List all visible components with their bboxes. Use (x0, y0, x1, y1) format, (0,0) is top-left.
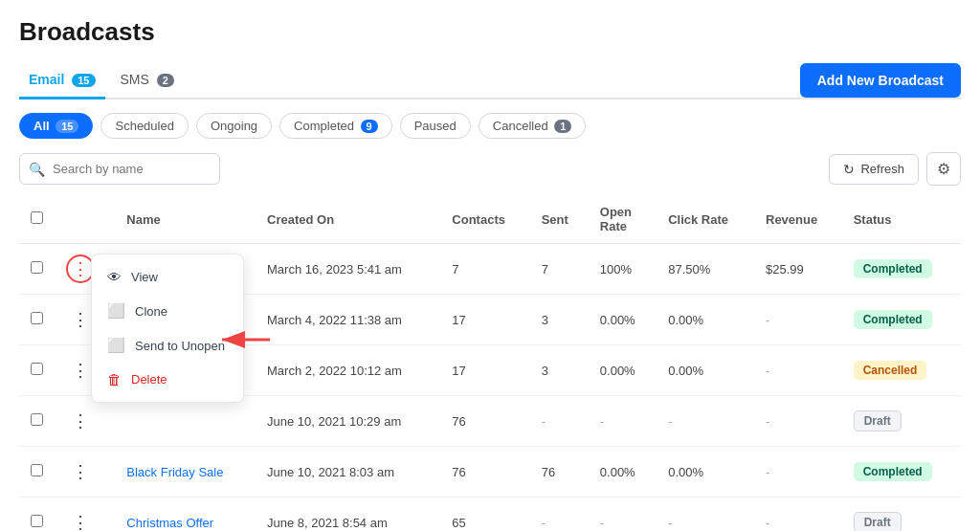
th-checkbox (19, 195, 55, 244)
row-menu-button[interactable]: ⋮ (66, 457, 95, 486)
table-row: ⋮ 👁 View ⬜ Clone ⬜ Send to U (19, 244, 961, 295)
context-menu-clone-label: Clone (135, 304, 167, 319)
row-open-rate: 0.00% (589, 295, 657, 345)
add-new-broadcast-button[interactable]: Add New Broadcast (800, 63, 961, 98)
context-menu-view[interactable]: 👁 View (92, 260, 243, 294)
filter-ongoing[interactable]: Ongoing (196, 113, 272, 139)
row-open-rate: - (589, 498, 657, 532)
row-contacts: 17 (440, 295, 529, 345)
row-checkbox[interactable] (31, 515, 43, 527)
context-menu-view-label: View (131, 270, 158, 284)
status-badge: Draft (854, 410, 902, 431)
broadcast-name[interactable]: Christmas Offer (126, 516, 213, 530)
filter-paused[interactable]: Paused (400, 113, 471, 139)
context-menu-send-to-unopen-label: Send to Unopen (135, 339, 225, 353)
search-input[interactable] (19, 153, 220, 185)
tab-sms-badge: 2 (157, 74, 174, 87)
page-title: Broadcasts (19, 17, 961, 47)
refresh-icon: ↻ (843, 162, 855, 177)
row-open-rate: 0.00% (589, 447, 657, 498)
row-checkbox[interactable] (31, 464, 43, 476)
broadcasts-page: Broadcasts Email 15 SMS 2 Add New Broadc… (0, 0, 980, 531)
row-status: Completed (842, 244, 961, 295)
table-row: ⋮ Black Friday Sale June 10, 2021 8:03 a… (19, 447, 961, 498)
row-sent: - (530, 396, 589, 447)
row-menu-button[interactable]: ⋮ (66, 508, 95, 531)
row-checkbox-cell (19, 498, 55, 532)
row-checkbox[interactable] (31, 261, 43, 274)
row-name-cell: Christmas Offer (115, 498, 256, 532)
row-checkbox[interactable] (31, 312, 43, 324)
row-checkbox-cell (19, 345, 55, 396)
row-checkbox-cell (19, 295, 55, 345)
context-menu-clone[interactable]: ⬜ Clone (92, 294, 243, 328)
row-revenue: - (754, 396, 842, 447)
row-sent: 76 (530, 447, 589, 498)
status-badge: Completed (854, 259, 932, 278)
row-contacts: 65 (440, 498, 529, 532)
row-menu-cell: ⋮ 👁 View ⬜ Clone ⬜ Send to U (55, 244, 115, 295)
row-revenue: - (754, 295, 842, 345)
filter-all-badge: 15 (56, 120, 78, 133)
row-created-on: June 8, 2021 8:54 am (256, 498, 440, 532)
row-click-rate: - (657, 498, 754, 532)
select-all-checkbox[interactable] (31, 211, 43, 224)
refresh-button[interactable]: ↻ Refresh (829, 154, 919, 185)
context-menu-delete-label: Delete (131, 372, 167, 387)
row-open-rate: 0.00% (589, 345, 657, 396)
tab-sms[interactable]: SMS 2 (111, 64, 184, 100)
filter-completed[interactable]: Completed 9 (279, 113, 392, 139)
row-sent: - (530, 498, 589, 532)
th-sent: Sent (530, 195, 589, 244)
tab-email-badge: 15 (72, 74, 95, 87)
row-created-on: June 10, 2021 10:29 am (256, 396, 440, 447)
row-status: Cancelled (842, 345, 961, 396)
row-contacts: 76 (440, 396, 529, 447)
row-checkbox-cell (19, 244, 55, 295)
row-menu-cell: ⋮ (55, 396, 115, 447)
tab-email[interactable]: Email 15 (19, 64, 105, 100)
filter-cancelled-badge: 1 (554, 120, 571, 133)
status-badge: Cancelled (854, 361, 927, 380)
row-menu-button[interactable]: ⋮ (66, 407, 95, 435)
row-checkbox[interactable] (31, 363, 43, 375)
eye-icon: 👁 (107, 269, 122, 285)
row-checkbox-cell (19, 447, 55, 498)
filter-icon-button[interactable]: ⚙ (926, 152, 961, 186)
status-badge: Draft (854, 512, 902, 531)
th-revenue: Revenue (754, 195, 842, 244)
trash-icon: 🗑 (107, 371, 122, 387)
context-menu-delete[interactable]: 🗑 Delete (92, 363, 243, 396)
broadcast-name[interactable]: Black Friday Sale (126, 465, 223, 479)
context-menu-send-to-unopen[interactable]: ⬜ Send to Unopen (92, 328, 243, 363)
row-created-on: June 10, 2021 8:03 am (256, 447, 440, 498)
filter-scheduled[interactable]: Scheduled (100, 113, 188, 139)
table-row: ⋮ June 10, 2021 10:29 am 76 - - - - Draf… (19, 396, 961, 447)
th-created-on: Created On (256, 195, 440, 244)
status-badge: Completed (854, 462, 932, 481)
tab-email-label: Email (29, 72, 64, 87)
row-click-rate: - (657, 396, 754, 447)
row-click-rate: 0.00% (657, 295, 754, 345)
row-menu-cell: ⋮ (55, 498, 115, 532)
th-menu (55, 195, 115, 244)
right-actions: ↻ Refresh ⚙ (829, 152, 961, 186)
row-click-rate: 0.00% (657, 345, 754, 396)
filter-cancelled[interactable]: Cancelled 1 (479, 113, 587, 139)
row-checkbox[interactable] (31, 413, 43, 426)
top-bar: Email 15 SMS 2 Add New Broadcast (19, 62, 961, 100)
row-status: Draft (842, 498, 961, 532)
row-revenue: - (754, 345, 842, 396)
status-badge: Completed (854, 310, 932, 329)
row-revenue: - (754, 498, 842, 532)
sliders-icon: ⚙ (937, 161, 950, 177)
row-status: Draft (842, 396, 961, 447)
filter-all[interactable]: All 15 (19, 113, 93, 139)
row-sent: 3 (530, 345, 589, 396)
row-created-on: March 16, 2023 5:41 am (256, 244, 440, 295)
th-click-rate: Click Rate (657, 195, 754, 244)
search-icon: 🔍 (29, 162, 45, 177)
row-revenue: - (754, 447, 842, 498)
context-menu: 👁 View ⬜ Clone ⬜ Send to Unopen 🗑 (91, 254, 244, 403)
th-status: Status (842, 195, 961, 244)
